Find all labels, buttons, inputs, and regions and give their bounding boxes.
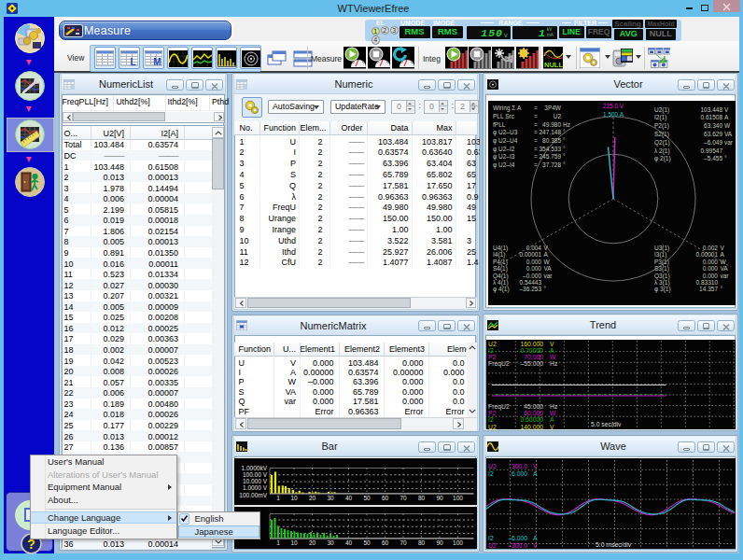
svg-text:50: 50: [363, 495, 371, 501]
svg-text:0.002: 0.002: [703, 245, 719, 251]
svg-text:S2(1): S2(1): [654, 131, 669, 138]
svg-text:U2(1): U2(1): [654, 106, 669, 114]
svg-text:=: =: [534, 153, 538, 160]
svg-text:A: A: [724, 114, 729, 120]
svg-text:φ 2(1): φ 2(1): [654, 155, 671, 162]
svg-text:V: V: [544, 245, 549, 251]
svg-text:60: 60: [381, 495, 388, 501]
svg-text:Hz: Hz: [550, 360, 558, 367]
svg-text:A: A: [533, 535, 538, 541]
svg-text:=: =: [534, 129, 538, 135]
svg-text:°: °: [563, 129, 566, 135]
svg-text:°: °: [721, 286, 723, 292]
svg-text:10.000 V: 10.000 V: [242, 478, 267, 484]
svg-text:140.000: 140.000: [520, 424, 543, 429]
svg-text:°: °: [563, 161, 566, 168]
svg-text:W: W: [724, 122, 731, 129]
svg-text:0.004: 0.004: [526, 245, 542, 251]
svg-text:W: W: [544, 259, 551, 265]
svg-text:I2: I2: [488, 416, 494, 423]
svg-text:φ U2–U4: φ U2–U4: [493, 137, 518, 145]
svg-text:37.728: 37.728: [542, 161, 561, 168]
svg-text:90: 90: [436, 495, 443, 501]
svg-text:φ U2–I3: φ U2–I3: [493, 153, 515, 161]
svg-text:–6.000: –6.000: [508, 535, 527, 541]
svg-text:Wiring Σ A: Wiring Σ A: [493, 105, 522, 112]
svg-text:I2: I2: [488, 469, 494, 476]
svg-text:30: 30: [327, 539, 334, 546]
svg-text:φ 4(1): φ 4(1): [493, 286, 510, 293]
svg-text:W: W: [550, 354, 556, 360]
svg-text:I2(1): I2(1): [654, 114, 666, 121]
svg-text:1: 1: [276, 495, 280, 501]
svg-text:14.357: 14.357: [699, 286, 718, 292]
svg-text:°: °: [563, 153, 566, 160]
svg-text:φ U2–I4: φ U2–I4: [493, 161, 515, 169]
svg-text:=: =: [534, 113, 538, 119]
svg-text:φ U2–U3: φ U2–U3: [493, 129, 518, 136]
svg-text:5.0 sec/div: 5.0 sec/div: [591, 421, 622, 427]
svg-text:80: 80: [417, 539, 425, 546]
svg-text:U2: U2: [488, 541, 497, 548]
svg-text:63.340: 63.340: [704, 122, 722, 129]
svg-text:P2: P2: [488, 410, 497, 416]
svg-text:A: A: [533, 469, 538, 476]
svg-text:30: 30: [327, 495, 334, 501]
svg-text:V: V: [533, 541, 538, 548]
svg-text:λ 2(1): λ 2(1): [654, 147, 670, 155]
svg-text:0.70000: 0.70000: [520, 347, 543, 354]
svg-text:100: 100: [453, 495, 463, 501]
svg-text:–0.000: –0.000: [523, 273, 541, 279]
svg-text:L: L: [130, 57, 135, 67]
svg-text:6.000: 6.000: [511, 469, 526, 476]
svg-text:M: M: [153, 57, 161, 67]
svg-text:1.500 A: 1.500 A: [603, 111, 624, 118]
svg-text:fPLL: fPLL: [493, 121, 506, 128]
svg-text:VA: VA: [721, 265, 729, 272]
svg-text:°: °: [724, 155, 727, 161]
svg-text:49.980: 49.980: [542, 121, 561, 128]
svg-text:80.385: 80.385: [542, 137, 561, 144]
svg-text:VA: VA: [724, 131, 733, 137]
svg-text:FreqU2: FreqU2: [488, 360, 510, 368]
svg-text:V: V: [721, 245, 725, 251]
svg-text:3P4W: 3P4W: [544, 105, 562, 111]
svg-text:103.448: 103.448: [701, 106, 723, 113]
svg-text:φ 3(1): φ 3(1): [654, 286, 671, 293]
svg-text:var: var: [721, 273, 730, 279]
svg-text:70.000: 70.000: [524, 354, 543, 360]
svg-text:P2(1): P2(1): [654, 122, 669, 130]
svg-text:0.000: 0.000: [703, 265, 719, 272]
svg-text:0.000: 0.000: [703, 259, 719, 265]
svg-text:°: °: [563, 137, 566, 144]
svg-text:40: 40: [344, 495, 352, 501]
svg-text:A: A: [544, 251, 549, 258]
svg-text:40: 40: [344, 539, 352, 546]
svg-text:NULL: NULL: [544, 61, 563, 69]
svg-text:0.54443: 0.54443: [520, 279, 542, 286]
svg-text:20: 20: [308, 539, 315, 546]
svg-text:Hz: Hz: [550, 403, 558, 410]
svg-text:0.61508: 0.61508: [701, 114, 723, 120]
svg-text:60.000: 60.000: [524, 410, 543, 416]
svg-text:–6.049: –6.049: [704, 139, 722, 146]
svg-text:45.000: 45.000: [524, 403, 543, 410]
svg-text:W: W: [721, 259, 727, 265]
svg-text:P2: P2: [488, 354, 497, 360]
svg-text:70: 70: [400, 495, 407, 501]
svg-text:100: 100: [453, 539, 463, 546]
svg-text:0.83310: 0.83310: [696, 279, 719, 286]
svg-text:PLL Src: PLL Src: [493, 113, 515, 119]
svg-text:60: 60: [381, 539, 388, 546]
svg-text:100.00 V: 100.00 V: [242, 471, 267, 478]
svg-text:°: °: [544, 286, 547, 292]
svg-text:=: =: [534, 146, 538, 152]
svg-text:W: W: [550, 410, 556, 416]
svg-text:U2: U2: [488, 341, 497, 347]
svg-text:U2: U2: [488, 463, 497, 469]
svg-text:°: °: [563, 146, 566, 152]
svg-text:90: 90: [436, 539, 443, 546]
svg-text:0.00001: 0.00001: [520, 251, 542, 258]
svg-text:I2: I2: [488, 347, 494, 354]
svg-text:=: =: [534, 137, 538, 144]
